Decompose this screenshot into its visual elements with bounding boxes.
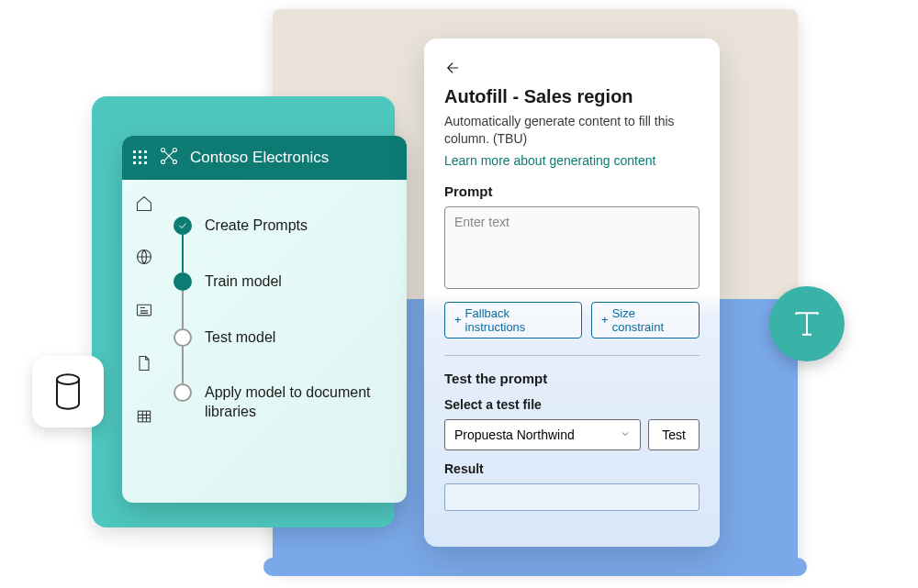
result-output	[444, 483, 700, 511]
test-prompt-heading: Test the prompt	[444, 371, 700, 386]
divider	[444, 355, 700, 356]
text-type-icon	[769, 286, 845, 361]
panel-description: Automatically generate content to fill t…	[444, 113, 700, 148]
step-apply-model[interactable]: Apply model to document libraries	[174, 383, 388, 422]
pill-label: Fallback instructions	[465, 306, 573, 334]
svg-point-2	[162, 160, 165, 163]
table-icon[interactable]	[135, 407, 153, 429]
step-label: Test model	[205, 328, 275, 348]
step-test-model[interactable]: Test model	[174, 328, 388, 348]
svg-point-0	[162, 149, 165, 152]
step-train-model[interactable]: Train model	[174, 272, 388, 292]
pending-step-icon	[174, 383, 192, 402]
chevron-down-icon	[620, 427, 631, 442]
contoso-app-card: Contoso Electronics Create Prompts	[122, 136, 407, 503]
back-button[interactable]	[444, 55, 470, 81]
home-icon[interactable]	[135, 194, 153, 216]
result-label: Result	[444, 461, 700, 476]
select-value: Propuesta Northwind	[454, 427, 575, 442]
news-icon[interactable]	[135, 301, 153, 323]
svg-rect-6	[138, 411, 150, 422]
prompt-label: Prompt	[444, 183, 700, 199]
contoso-nav-rail	[122, 180, 166, 503]
globe-icon[interactable]	[135, 248, 153, 270]
svg-point-7	[57, 374, 79, 384]
test-button[interactable]: Test	[648, 419, 700, 450]
step-label: Train model	[205, 272, 282, 292]
contoso-logo-icon	[159, 146, 179, 170]
plus-icon: +	[601, 313, 609, 327]
contoso-title: Contoso Electronics	[190, 149, 329, 167]
select-test-file-label: Select a test file	[444, 397, 700, 412]
test-file-select[interactable]: Propuesta Northwind	[444, 419, 641, 450]
contoso-header: Contoso Electronics	[122, 136, 407, 180]
size-constraint-button[interactable]: +Size constraint	[591, 302, 700, 338]
autofill-panel: Autofill - Sales region Automatically ge…	[424, 39, 720, 547]
app-launcher-icon[interactable]	[133, 150, 148, 165]
pill-label: Size constraint	[612, 306, 689, 334]
database-icon	[32, 356, 104, 427]
check-icon	[174, 216, 192, 235]
learn-more-link[interactable]: Learn more about generating content	[444, 153, 655, 168]
pending-step-icon	[174, 328, 192, 347]
contoso-steps: Create Prompts Train model Test model	[166, 180, 407, 503]
step-label: Apply model to document libraries	[205, 383, 388, 422]
fallback-instructions-button[interactable]: +Fallback instructions	[444, 302, 582, 338]
current-step-icon	[174, 272, 192, 291]
svg-point-1	[173, 149, 176, 152]
plus-icon: +	[454, 313, 462, 327]
svg-rect-5	[138, 305, 151, 316]
prompt-input[interactable]	[444, 206, 700, 289]
step-create-prompts[interactable]: Create Prompts	[174, 216, 388, 236]
panel-title: Autofill - Sales region	[444, 86, 700, 107]
step-label: Create Prompts	[205, 216, 308, 236]
file-icon[interactable]	[135, 354, 153, 376]
svg-point-3	[173, 160, 176, 163]
